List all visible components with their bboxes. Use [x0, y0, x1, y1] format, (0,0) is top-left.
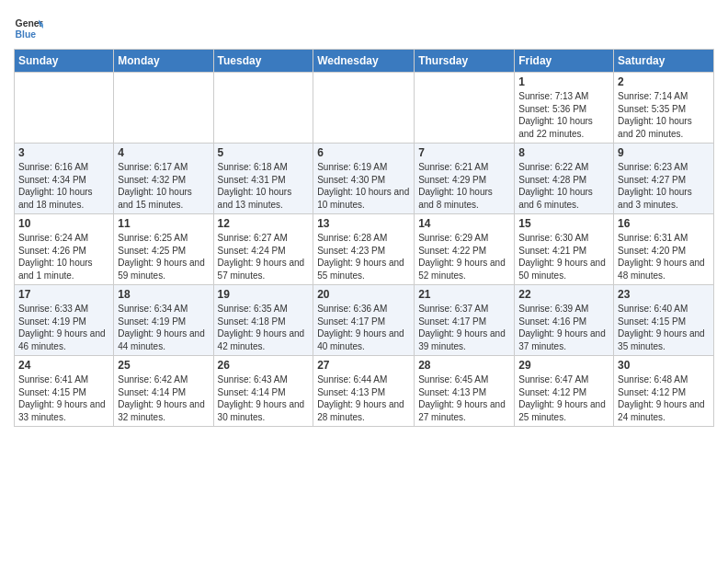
- day-info: Sunrise: 6:25 AM Sunset: 4:25 PM Dayligh…: [118, 232, 209, 282]
- calendar-cell: 26Sunrise: 6:43 AM Sunset: 4:14 PM Dayli…: [213, 356, 313, 427]
- calendar-cell: 9Sunrise: 6:23 AM Sunset: 4:27 PM Daylig…: [614, 144, 714, 214]
- day-info: Sunrise: 7:14 AM Sunset: 5:35 PM Dayligh…: [618, 90, 710, 140]
- day-info: Sunrise: 6:39 AM Sunset: 4:16 PM Dayligh…: [518, 303, 609, 352]
- calendar-cell: 27Sunrise: 6:44 AM Sunset: 4:13 PM Dayli…: [313, 356, 415, 427]
- calendar-cell: 18Sunrise: 6:34 AM Sunset: 4:19 PM Dayli…: [114, 285, 213, 356]
- column-header-sunday: Sunday: [15, 50, 114, 73]
- calendar-cell: 12Sunrise: 6:27 AM Sunset: 4:24 PM Dayli…: [213, 214, 313, 285]
- calendar-cell: 7Sunrise: 6:21 AM Sunset: 4:29 PM Daylig…: [415, 144, 515, 214]
- day-number: 15: [518, 217, 609, 230]
- day-number: 23: [618, 288, 710, 301]
- day-number: 10: [18, 217, 109, 230]
- day-number: 17: [18, 288, 109, 301]
- calendar-cell: 2Sunrise: 7:14 AM Sunset: 5:35 PM Daylig…: [614, 73, 714, 144]
- header-row: SundayMondayTuesdayWednesdayThursdayFrid…: [15, 50, 714, 73]
- day-info: Sunrise: 6:31 AM Sunset: 4:20 PM Dayligh…: [618, 232, 710, 282]
- day-number: 3: [18, 146, 109, 159]
- day-number: 27: [317, 359, 410, 372]
- calendar-cell: 8Sunrise: 6:22 AM Sunset: 4:28 PM Daylig…: [515, 144, 614, 214]
- calendar-week-2: 10Sunrise: 6:24 AM Sunset: 4:26 PM Dayli…: [15, 214, 714, 285]
- day-number: 24: [18, 359, 109, 372]
- day-number: 14: [418, 217, 510, 230]
- day-info: Sunrise: 6:33 AM Sunset: 4:19 PM Dayligh…: [18, 303, 109, 352]
- day-info: Sunrise: 6:44 AM Sunset: 4:13 PM Dayligh…: [317, 373, 410, 423]
- day-number: 18: [118, 288, 209, 301]
- day-info: Sunrise: 6:36 AM Sunset: 4:17 PM Dayligh…: [317, 303, 410, 352]
- day-number: 21: [418, 288, 510, 301]
- calendar-cell: 21Sunrise: 6:37 AM Sunset: 4:17 PM Dayli…: [415, 285, 515, 356]
- calendar-cell: 17Sunrise: 6:33 AM Sunset: 4:19 PM Dayli…: [15, 285, 114, 356]
- day-number: 1: [518, 75, 609, 88]
- calendar-cell: [114, 73, 213, 144]
- calendar-cell: 6Sunrise: 6:19 AM Sunset: 4:30 PM Daylig…: [313, 144, 415, 214]
- calendar-cell: 20Sunrise: 6:36 AM Sunset: 4:17 PM Dayli…: [313, 285, 415, 356]
- day-number: 9: [618, 146, 710, 159]
- day-number: 22: [518, 288, 609, 301]
- day-number: 28: [418, 359, 510, 372]
- day-info: Sunrise: 6:30 AM Sunset: 4:21 PM Dayligh…: [518, 232, 609, 282]
- calendar-cell: 14Sunrise: 6:29 AM Sunset: 4:22 PM Dayli…: [415, 214, 515, 285]
- day-info: Sunrise: 6:18 AM Sunset: 4:31 PM Dayligh…: [218, 161, 310, 211]
- day-number: 29: [518, 359, 609, 372]
- calendar-cell: 29Sunrise: 6:47 AM Sunset: 4:12 PM Dayli…: [515, 356, 614, 427]
- calendar-header: SundayMondayTuesdayWednesdayThursdayFrid…: [15, 50, 714, 73]
- calendar-cell: 28Sunrise: 6:45 AM Sunset: 4:13 PM Dayli…: [415, 356, 515, 427]
- calendar-cell: 25Sunrise: 6:42 AM Sunset: 4:14 PM Dayli…: [114, 356, 213, 427]
- day-number: 25: [118, 359, 209, 372]
- day-number: 2: [618, 75, 710, 88]
- calendar-week-4: 24Sunrise: 6:41 AM Sunset: 4:15 PM Dayli…: [15, 356, 714, 427]
- day-info: Sunrise: 6:21 AM Sunset: 4:29 PM Dayligh…: [418, 161, 510, 211]
- day-number: 26: [218, 359, 310, 372]
- day-number: 7: [418, 146, 510, 159]
- day-info: Sunrise: 6:37 AM Sunset: 4:17 PM Dayligh…: [418, 303, 510, 352]
- day-number: 12: [218, 217, 310, 230]
- calendar-cell: 23Sunrise: 6:40 AM Sunset: 4:15 PM Dayli…: [614, 285, 714, 356]
- calendar-cell: 3Sunrise: 6:16 AM Sunset: 4:34 PM Daylig…: [15, 144, 114, 214]
- day-info: Sunrise: 6:34 AM Sunset: 4:19 PM Dayligh…: [118, 303, 209, 352]
- calendar-cell: [415, 73, 515, 144]
- day-info: Sunrise: 6:29 AM Sunset: 4:22 PM Dayligh…: [418, 232, 510, 282]
- day-info: Sunrise: 6:47 AM Sunset: 4:12 PM Dayligh…: [518, 373, 609, 423]
- day-number: 6: [317, 146, 410, 159]
- calendar-cell: 16Sunrise: 6:31 AM Sunset: 4:20 PM Dayli…: [614, 214, 714, 285]
- day-number: 16: [618, 217, 710, 230]
- calendar: SundayMondayTuesdayWednesdayThursdayFrid…: [14, 49, 714, 427]
- day-info: Sunrise: 6:40 AM Sunset: 4:15 PM Dayligh…: [618, 303, 710, 352]
- calendar-cell: 30Sunrise: 6:48 AM Sunset: 4:12 PM Dayli…: [614, 356, 714, 427]
- calendar-cell: 4Sunrise: 6:17 AM Sunset: 4:32 PM Daylig…: [114, 144, 213, 214]
- calendar-cell: 5Sunrise: 6:18 AM Sunset: 4:31 PM Daylig…: [213, 144, 313, 214]
- calendar-cell: [213, 73, 313, 144]
- day-info: Sunrise: 6:17 AM Sunset: 4:32 PM Dayligh…: [118, 161, 209, 211]
- day-info: Sunrise: 6:16 AM Sunset: 4:34 PM Dayligh…: [18, 161, 109, 211]
- calendar-cell: 24Sunrise: 6:41 AM Sunset: 4:15 PM Dayli…: [15, 356, 114, 427]
- calendar-cell: 1Sunrise: 7:13 AM Sunset: 5:36 PM Daylig…: [515, 73, 614, 144]
- day-number: 8: [518, 146, 609, 159]
- day-info: Sunrise: 6:43 AM Sunset: 4:14 PM Dayligh…: [218, 373, 310, 423]
- day-info: Sunrise: 6:22 AM Sunset: 4:28 PM Dayligh…: [518, 161, 609, 211]
- calendar-cell: 10Sunrise: 6:24 AM Sunset: 4:26 PM Dayli…: [15, 214, 114, 285]
- day-info: Sunrise: 6:41 AM Sunset: 4:15 PM Dayligh…: [18, 373, 109, 423]
- column-header-saturday: Saturday: [614, 50, 714, 73]
- calendar-cell: [15, 73, 114, 144]
- calendar-week-0: 1Sunrise: 7:13 AM Sunset: 5:36 PM Daylig…: [15, 73, 714, 144]
- day-info: Sunrise: 7:13 AM Sunset: 5:36 PM Dayligh…: [518, 90, 609, 140]
- svg-text:Blue: Blue: [16, 29, 37, 40]
- calendar-cell: 13Sunrise: 6:28 AM Sunset: 4:23 PM Dayli…: [313, 214, 415, 285]
- column-header-friday: Friday: [515, 50, 614, 73]
- day-info: Sunrise: 6:45 AM Sunset: 4:13 PM Dayligh…: [418, 373, 510, 423]
- day-info: Sunrise: 6:48 AM Sunset: 4:12 PM Dayligh…: [618, 373, 710, 423]
- day-info: Sunrise: 6:35 AM Sunset: 4:18 PM Dayligh…: [218, 303, 310, 352]
- day-number: 5: [218, 146, 310, 159]
- day-number: 11: [118, 217, 209, 230]
- day-number: 19: [218, 288, 310, 301]
- calendar-body: 1Sunrise: 7:13 AM Sunset: 5:36 PM Daylig…: [15, 73, 714, 427]
- column-header-wednesday: Wednesday: [313, 50, 415, 73]
- logo-icon: General Blue: [14, 14, 43, 43]
- day-number: 30: [618, 359, 710, 372]
- calendar-cell: 11Sunrise: 6:25 AM Sunset: 4:25 PM Dayli…: [114, 214, 213, 285]
- calendar-week-1: 3Sunrise: 6:16 AM Sunset: 4:34 PM Daylig…: [15, 144, 714, 214]
- calendar-cell: 22Sunrise: 6:39 AM Sunset: 4:16 PM Dayli…: [515, 285, 614, 356]
- column-header-monday: Monday: [114, 50, 213, 73]
- day-number: 4: [118, 146, 209, 159]
- day-info: Sunrise: 6:27 AM Sunset: 4:24 PM Dayligh…: [218, 232, 310, 282]
